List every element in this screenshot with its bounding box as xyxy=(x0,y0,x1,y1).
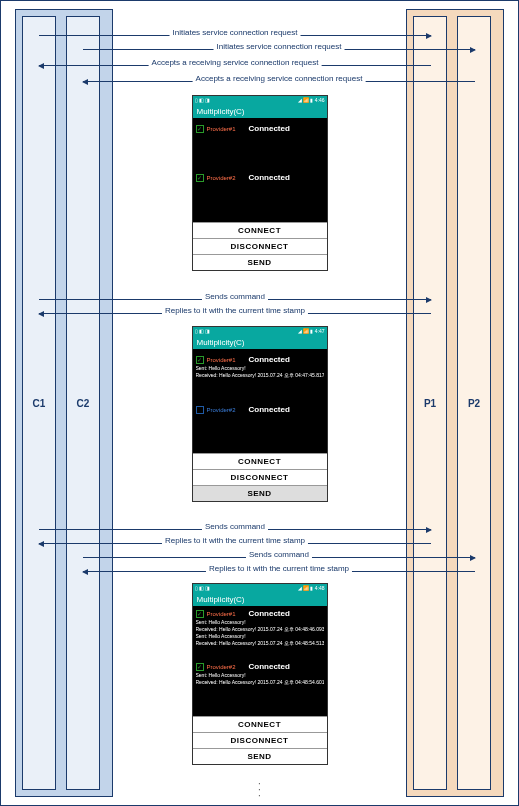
checkbox-checked-icon: ✓ xyxy=(196,663,204,671)
arrow-p1-c1-reply: Replies to it with the current time stam… xyxy=(39,313,431,314)
phone-statusbar: ▯ ◧ ◨◢ 📶 ▮ 4:47 xyxy=(193,327,327,335)
checkbox-checked-icon: ✓ xyxy=(196,610,204,618)
connect-button[interactable]: CONNECT xyxy=(193,453,327,469)
provider-label: Provider#1 xyxy=(207,126,236,132)
phone-buttons: CONNECT DISCONNECT SEND xyxy=(193,716,327,764)
provider-label: Provider#1 xyxy=(207,611,236,617)
phone-buttons: CONNECT DISCONNECT SEND xyxy=(193,222,327,270)
checkbox-checked-icon: ✓ xyxy=(196,125,204,133)
provider2-row: Provider#2 Connected xyxy=(196,401,324,418)
arrow-label: Sends command xyxy=(202,292,268,302)
app-title: Multiplicity(C) xyxy=(197,338,245,347)
continuation-dots-icon: ··· xyxy=(258,781,261,799)
log-line: Sent: Hello Accessory! xyxy=(196,633,324,640)
phone-screenshot-2: ▯ ◧ ◨◢ 📶 ▮ 4:47 Multiplicity(C) ✓ Provid… xyxy=(192,326,328,502)
status-text: Connected xyxy=(249,662,290,671)
status-text: Connected xyxy=(249,405,290,414)
phone-screenshot-3: ▯ ◧ ◨◢ 📶 ▮ 4:48 Multiplicity(C) ✓ Provid… xyxy=(192,583,328,765)
lifeline-p1: P1 xyxy=(413,16,447,790)
lifeline-label: C2 xyxy=(77,398,90,409)
status-text: Connected xyxy=(249,173,290,182)
provider-label: Provider#1 xyxy=(207,357,236,363)
arrow-p2-c2-reply: Replies to it with the current time stam… xyxy=(83,571,475,572)
phone-statusbar: ▯ ◧ ◨◢ 📶 ▮ 4:48 xyxy=(193,584,327,592)
phone-buttons: CONNECT DISCONNECT SEND xyxy=(193,453,327,501)
checkbox-checked-icon: ✓ xyxy=(196,356,204,364)
lifeline-c1: C1 xyxy=(22,16,56,790)
phone-appbar: Multiplicity(C) xyxy=(193,335,327,349)
arrow-p1-c1-reply-2: Replies to it with the current time stam… xyxy=(39,543,431,544)
phone-content: ✓ Provider#1 Connected ✓ Provider#2 Conn… xyxy=(193,118,327,222)
phone-appbar: Multiplicity(C) xyxy=(193,104,327,118)
phone-statusbar: ▯ ◧ ◨◢ 📶 ▮ 4:46 xyxy=(193,96,327,104)
send-button[interactable]: SEND xyxy=(193,485,327,501)
phone-content: ✓ Provider#1 Connected Sent: Hello Acces… xyxy=(193,606,327,716)
disconnect-button[interactable]: DISCONNECT xyxy=(193,469,327,485)
arrow-c1-p1-init: Initiates service connection request xyxy=(39,35,431,36)
arrow-label: Accepts a receiving service connection r… xyxy=(193,74,366,84)
arrow-label: Replies to it with the current time stam… xyxy=(162,536,308,546)
log-line: Sent: Hello Accessory! xyxy=(196,365,324,372)
arrow-label: Initiates service connection request xyxy=(170,28,301,38)
checkbox-checked-icon: ✓ xyxy=(196,174,204,182)
phone-content: ✓ Provider#1 Connected Sent: Hello Acces… xyxy=(193,349,327,453)
app-title: Multiplicity(C) xyxy=(197,107,245,116)
arrow-label: Sends command xyxy=(202,522,268,532)
log-line: Sent: Hello Accessory! xyxy=(196,672,324,679)
arrow-label: Accepts a receiving service connection r… xyxy=(149,58,322,68)
provider-label: Provider#2 xyxy=(207,664,236,670)
send-button[interactable]: SEND xyxy=(193,748,327,764)
connect-button[interactable]: CONNECT xyxy=(193,222,327,238)
arrow-c2-p2-send: Sends command xyxy=(83,557,475,558)
log-line: Received: Hello Accessory! 2015.07.24 오후… xyxy=(196,679,324,686)
status-text: Connected xyxy=(249,124,290,133)
log-line: Received: Hello Accessory! 2015.07.24 오후… xyxy=(196,372,324,379)
arrow-p1-c1-accept: Accepts a receiving service connection r… xyxy=(39,65,431,66)
lifeline-label: P1 xyxy=(424,398,436,409)
provider-label: Provider#2 xyxy=(207,175,236,181)
lifeline-c2: C2 xyxy=(66,16,100,790)
status-text: Connected xyxy=(249,355,290,364)
status-text: Connected xyxy=(249,609,290,618)
provider1-row: ✓ Provider#1 Connected xyxy=(196,120,324,137)
arrow-c1-p1-send-2: Sends command xyxy=(39,529,431,530)
log-line: Sent: Hello Accessory! xyxy=(196,619,324,626)
arrow-c2-p2-init: Initiates service connection request xyxy=(83,49,475,50)
provider2-row: ✓ Provider#2 Connected xyxy=(196,661,324,672)
arrow-label: Sends command xyxy=(246,550,312,560)
sequence-diagram: C1 C2 P1 P2 Initiates service connection… xyxy=(0,0,519,806)
provider2-row: ✓ Provider#2 Connected xyxy=(196,169,324,186)
log-line: Received: Hello Accessory! 2015.07.24 오후… xyxy=(196,640,324,647)
arrow-label: Initiates service connection request xyxy=(214,42,345,52)
lifeline-p2: P2 xyxy=(457,16,491,790)
provider1-row: ✓ Provider#1 Connected xyxy=(196,351,324,365)
log-line: Received: Hello Accessory! 2015.07.24 오후… xyxy=(196,626,324,633)
checkbox-unchecked-icon xyxy=(196,406,204,414)
disconnect-button[interactable]: DISCONNECT xyxy=(193,732,327,748)
phone-screenshot-1: ▯ ◧ ◨◢ 📶 ▮ 4:46 Multiplicity(C) ✓ Provid… xyxy=(192,95,328,271)
lifeline-label: C1 xyxy=(33,398,46,409)
disconnect-button[interactable]: DISCONNECT xyxy=(193,238,327,254)
arrow-c1-p1-send: Sends command xyxy=(39,299,431,300)
consumer-lane: C1 C2 xyxy=(15,9,113,797)
arrow-p2-c2-accept: Accepts a receiving service connection r… xyxy=(83,81,475,82)
provider-label: Provider#2 xyxy=(207,407,236,413)
send-button[interactable]: SEND xyxy=(193,254,327,270)
arrow-label: Replies to it with the current time stam… xyxy=(162,306,308,316)
phone-appbar: Multiplicity(C) xyxy=(193,592,327,606)
connect-button[interactable]: CONNECT xyxy=(193,716,327,732)
lifeline-label: P2 xyxy=(468,398,480,409)
provider1-row: ✓ Provider#1 Connected xyxy=(196,608,324,619)
app-title: Multiplicity(C) xyxy=(197,595,245,604)
arrow-label: Replies to it with the current time stam… xyxy=(206,564,352,574)
provider-lane: P1 P2 xyxy=(406,9,504,797)
